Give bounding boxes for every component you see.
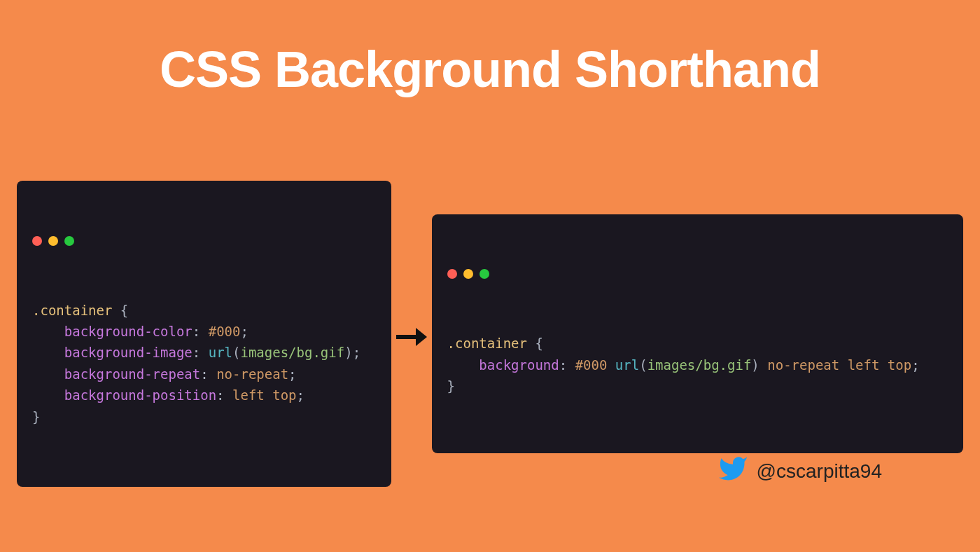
maximize-icon	[479, 269, 489, 279]
author-handle: @cscarpitta94	[757, 460, 882, 483]
code-content-left: .container { background-color: #000; bac…	[32, 300, 376, 427]
window-controls	[32, 236, 376, 246]
maximize-icon	[64, 236, 74, 246]
page-title: CSS Background Shorthand	[0, 0, 980, 98]
minimize-icon	[463, 269, 473, 279]
code-block-shorthand: .container { background: #000 url(images…	[432, 214, 963, 454]
twitter-icon	[718, 453, 748, 489]
code-comparison-row: .container { background-color: #000; bac…	[17, 181, 963, 487]
close-icon	[32, 236, 42, 246]
arrow-right-icon	[391, 321, 432, 354]
author-credit: @cscarpitta94	[718, 453, 882, 489]
window-controls	[447, 269, 948, 279]
close-icon	[447, 269, 457, 279]
minimize-icon	[48, 236, 58, 246]
code-content-right: .container { background: #000 url(images…	[447, 333, 948, 396]
code-block-longhand: .container { background-color: #000; bac…	[17, 181, 391, 487]
